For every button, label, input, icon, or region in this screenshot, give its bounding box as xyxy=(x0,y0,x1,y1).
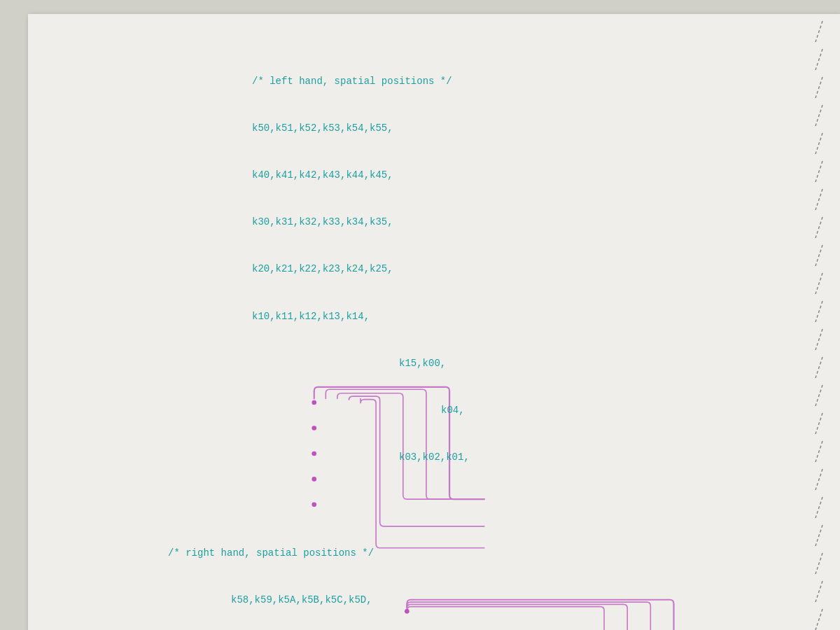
left-hand-section: /* left hand, spatial positions */ k50,k… xyxy=(252,42,798,496)
svg-line-25 xyxy=(816,105,822,126)
svg-line-35 xyxy=(816,385,822,406)
svg-line-28 xyxy=(816,189,822,210)
left-hand-row-2: k40,k41,k42,k43,k44,k45, xyxy=(252,167,798,183)
svg-line-24 xyxy=(816,77,822,98)
svg-line-37 xyxy=(816,441,822,462)
svg-line-42 xyxy=(816,581,822,602)
document-page: /* left hand, spatial positions */ k50,k… xyxy=(28,14,840,630)
svg-line-39 xyxy=(816,497,822,518)
svg-line-33 xyxy=(816,329,822,350)
svg-line-36 xyxy=(816,413,822,434)
left-hand-cont-2: k04, xyxy=(441,402,798,418)
svg-line-27 xyxy=(816,161,822,182)
svg-line-32 xyxy=(816,301,822,322)
svg-line-30 xyxy=(816,245,822,266)
left-hand-row-1: k50,k51,k52,k53,k54,k55, xyxy=(252,120,798,136)
right-hand-row-1: k58,k59,k5A,k5B,k5C,k5D, xyxy=(231,592,798,608)
left-hand-row-4: k20,k21,k22,k23,k24,k25, xyxy=(252,261,798,276)
left-hand-cont-3: k03,k02,k01, xyxy=(399,449,798,465)
svg-line-43 xyxy=(816,609,822,630)
svg-line-38 xyxy=(816,469,822,490)
right-hand-section: /* right hand, spatial positions */ k58,… xyxy=(168,514,798,630)
left-hand-cont-1: k15,k00, xyxy=(399,356,798,371)
left-hand-comment: /* left hand, spatial positions */ xyxy=(252,74,798,89)
svg-line-29 xyxy=(816,217,822,238)
svg-line-40 xyxy=(816,525,822,546)
svg-line-22 xyxy=(816,21,822,42)
svg-line-26 xyxy=(816,133,822,154)
svg-line-31 xyxy=(816,273,822,294)
left-hand-row-5: k10,k11,k12,k13,k14, xyxy=(252,309,798,324)
svg-line-41 xyxy=(816,553,822,574)
right-hand-comment: /* right hand, spatial positions */ xyxy=(168,545,798,561)
svg-point-9 xyxy=(312,503,316,507)
svg-line-34 xyxy=(816,357,822,378)
left-hand-row-3: k30,k31,k32,k33,k34,k35, xyxy=(252,214,798,230)
svg-line-23 xyxy=(816,49,822,70)
page-content: /* left hand, spatial positions */ k50,k… xyxy=(0,0,840,630)
